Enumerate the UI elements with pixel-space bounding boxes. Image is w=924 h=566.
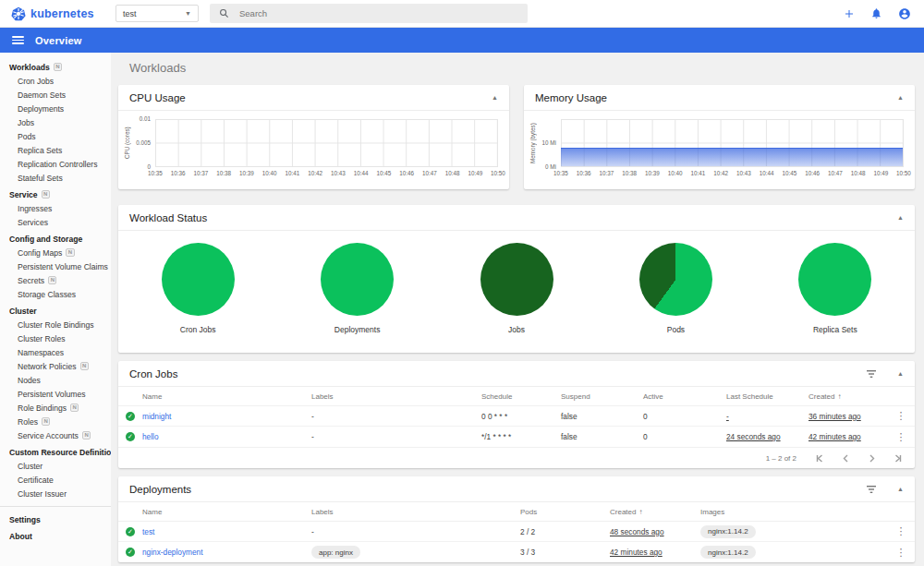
collapse-icon[interactable]: ▲ (897, 214, 904, 221)
table-row: ✓test-2 / 248 seconds agonginx:1.14.2⋮ (118, 522, 915, 542)
sidebar-item-settings[interactable]: Settings (0, 512, 111, 526)
sidebar-item-cluster-issuer[interactable]: Cluster Issuer (0, 487, 111, 500)
created-value[interactable]: 42 minutes ago (610, 548, 663, 557)
collapse-icon[interactable]: ▲ (897, 486, 904, 492)
next-page-icon[interactable] (867, 453, 876, 464)
deployments-card: Deployments ▲ NameLabelsPodsCreated↑Imag… (118, 476, 915, 562)
column-header-active[interactable]: Active (643, 392, 726, 401)
account-button[interactable] (898, 7, 911, 20)
add-resource-button[interactable] (844, 8, 855, 19)
workload-status-item-jobs: Jobs (437, 243, 596, 334)
sidebar-item-replica-sets[interactable]: Replica Sets (0, 143, 111, 157)
created-value[interactable]: 42 minutes ago (808, 432, 861, 441)
sidebar-group-custom-resource-definitions[interactable]: Custom Resource Definitions (0, 445, 111, 459)
filter-icon[interactable] (866, 485, 877, 494)
last-page-icon[interactable] (893, 453, 902, 464)
created-value[interactable]: 36 minutes ago (808, 412, 861, 421)
cron-job-name-link[interactable]: hello (142, 432, 311, 441)
pie-chart-label: Jobs (508, 325, 525, 334)
sidebar-item-ingresses[interactable]: Ingresses (0, 201, 111, 215)
row-actions-menu[interactable]: ⋮ (887, 547, 915, 559)
column-header-labels[interactable]: Labels (311, 508, 520, 516)
filter-icon[interactable] (866, 369, 877, 379)
pie-chart-deployments[interactable] (321, 243, 394, 316)
sidebar-item-jobs[interactable]: Jobs (0, 115, 111, 129)
first-page-icon[interactable] (815, 453, 824, 464)
cron-jobs-table: NameLabelsScheduleSuspendActiveLast Sche… (118, 387, 915, 447)
column-header-pods[interactable]: Pods (520, 508, 610, 516)
sidebar-item-cluster-role-bindings[interactable]: Cluster Role Bindings (0, 318, 111, 331)
sidebar-item-nodes[interactable]: Nodes (0, 373, 111, 387)
sidebar-item-daemon-sets[interactable]: Daemon Sets (0, 88, 111, 102)
sidebar-item-namespaces[interactable]: Namespaces (0, 345, 111, 359)
namespace-selector[interactable]: test ▼ (116, 5, 199, 22)
sidebar-item-cluster-roles[interactable]: Cluster Roles (0, 331, 111, 345)
search-bar[interactable] (210, 4, 528, 23)
pagination-range-label: 1 – 2 of 2 (766, 454, 796, 463)
notifications-button[interactable] (870, 7, 882, 19)
sidebar-group-cluster[interactable]: Cluster (0, 304, 111, 318)
column-header-images[interactable]: Images (700, 508, 887, 516)
sidebar-item-cluster[interactable]: Cluster (0, 459, 111, 473)
collapse-icon[interactable]: ▲ (897, 370, 904, 377)
deployment-name-link[interactable]: nginx-deployment (142, 548, 311, 557)
sidebar-item-label: Cron Jobs (18, 77, 54, 86)
deployment-name-link[interactable]: test (142, 527, 311, 536)
sidebar-item-config-maps[interactable]: Config MapsN (0, 246, 111, 259)
images-cell: nginx:1.14.2 (700, 546, 887, 559)
pie-chart-pods[interactable] (639, 243, 712, 316)
sidebar-item-service-accounts[interactable]: Service AccountsN (0, 428, 111, 442)
kubernetes-logo[interactable]: kubernetes (11, 6, 108, 21)
column-header-name[interactable]: Name (142, 508, 311, 516)
namespaced-badge: N (48, 276, 56, 284)
last-schedule-value[interactable]: 24 seconds ago (726, 432, 781, 441)
column-header-last-schedule[interactable]: Last Schedule (726, 392, 808, 401)
sidebar-item-network-policies[interactable]: Network PoliciesN (0, 359, 111, 373)
sidebar-group-service[interactable]: ServiceN (0, 187, 111, 201)
sidebar-item-label: About (9, 532, 32, 541)
check-circle-icon: ✓ (126, 548, 135, 557)
sidebar-item-storage-classes[interactable]: Storage Classes (0, 287, 111, 301)
sidebar-group-workloads[interactable]: WorkloadsN (0, 60, 111, 74)
sidebar-item-persistent-volume-claims[interactable]: Persistent Volume ClaimsN (0, 259, 111, 273)
sidebar-item-cron-jobs[interactable]: Cron Jobs (0, 74, 111, 88)
sidebar-item-services[interactable]: Services (0, 215, 111, 229)
column-header-schedule[interactable]: Schedule (481, 392, 561, 401)
sidebar-item-secrets[interactable]: SecretsN (0, 273, 111, 287)
menu-icon[interactable] (12, 34, 24, 47)
x-tick-label: 10:46 (805, 170, 820, 176)
previous-page-icon[interactable] (841, 453, 850, 464)
sidebar-item-certificate[interactable]: Certificate (0, 473, 111, 487)
labels-cell: - (311, 432, 481, 441)
sidebar-item-roles[interactable]: RolesN (0, 415, 111, 428)
collapse-icon[interactable]: ▲ (897, 94, 904, 101)
sidebar-item-persistent-volumes[interactable]: Persistent Volumes (0, 387, 111, 401)
search-input[interactable] (237, 7, 518, 19)
sidebar-item-pods[interactable]: Pods (0, 129, 111, 143)
column-header-suspend[interactable]: Suspend (561, 392, 643, 401)
row-actions-menu[interactable]: ⋮ (887, 431, 915, 443)
cron-job-name-link[interactable]: midnight (142, 412, 311, 421)
sidebar-group-config-and-storage[interactable]: Config and Storage (0, 232, 111, 246)
last-schedule-value[interactable]: - (726, 412, 729, 421)
pie-chart-jobs[interactable] (480, 243, 553, 316)
column-header-name[interactable]: Name (142, 392, 311, 401)
row-actions-menu[interactable]: ⋮ (887, 410, 915, 422)
row-actions-menu[interactable]: ⋮ (887, 525, 915, 537)
pie-chart-replica-sets[interactable] (798, 243, 871, 316)
status-cell: ✓ (118, 548, 142, 557)
sidebar-item-label: Certificate (18, 476, 54, 485)
sidebar-item-stateful-sets[interactable]: Stateful Sets (0, 171, 111, 185)
sidebar-item-replication-controllers[interactable]: Replication Controllers (0, 157, 111, 171)
sidebar-item-about[interactable]: About (0, 529, 111, 543)
column-header-created[interactable]: Created↑ (610, 508, 700, 516)
column-header-labels[interactable]: Labels (311, 392, 481, 401)
sidebar-item-role-bindings[interactable]: Role BindingsN (0, 401, 111, 415)
sidebar-item-deployments[interactable]: Deployments (0, 102, 111, 115)
pie-chart-cron-jobs[interactable] (162, 243, 235, 316)
created-value[interactable]: 48 seconds ago (610, 527, 664, 536)
namespaced-badge: N (54, 63, 62, 71)
status-cell: ✓ (118, 432, 142, 441)
collapse-icon[interactable]: ▲ (492, 94, 498, 101)
column-header-created[interactable]: Created↑ (808, 392, 887, 401)
